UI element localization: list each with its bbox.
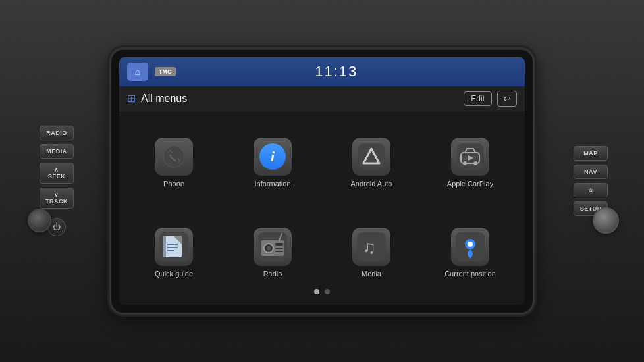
svg-rect-20	[275, 248, 283, 249]
media-icon: ♫	[352, 228, 390, 266]
star-button[interactable]: ☆	[574, 183, 608, 197]
app-current-position[interactable]: Current position	[421, 208, 520, 298]
svg-rect-9	[163, 236, 166, 257]
menu-bar: ⊞ All menus Edit ↩	[119, 86, 525, 111]
top-bar: ⌂ TMC 11:13	[119, 57, 525, 86]
svg-point-26	[468, 242, 473, 247]
svg-rect-19	[275, 243, 283, 246]
edit-button[interactable]: Edit	[464, 91, 492, 106]
right-controls: MAP NAV ☆ SETUP	[574, 146, 608, 216]
svg-point-5	[463, 161, 467, 165]
android-auto-label: Android Auto	[351, 180, 392, 188]
radio-label: Radio	[263, 270, 282, 278]
media-label: Media	[362, 270, 381, 278]
svg-rect-2	[358, 143, 385, 170]
svg-rect-21	[275, 251, 283, 252]
page-dot-1[interactable]	[314, 289, 319, 294]
android-auto-icon	[352, 138, 390, 176]
svg-text:📞: 📞	[167, 149, 182, 164]
app-android-auto[interactable]: Android Auto	[322, 118, 421, 208]
app-information[interactable]: i Information	[223, 118, 322, 208]
info-icon: i	[254, 138, 292, 176]
carplay-icon	[451, 138, 489, 176]
radio-icon	[254, 228, 292, 266]
svg-point-18	[267, 246, 271, 250]
home-button[interactable]: ⌂	[127, 63, 148, 81]
phone-icon: 📞	[155, 138, 193, 176]
information-label: Information	[254, 180, 290, 188]
info-circle: i	[259, 143, 286, 170]
seek-button[interactable]: ∧ SEEK	[40, 163, 74, 184]
dashboard: RADIO MEDIA ∧ SEEK ∨ TRACK ⏻ ⌂ TMC 11:13…	[0, 0, 644, 362]
nav-button[interactable]: NAV	[574, 165, 608, 179]
all-menus-title: All menus	[141, 93, 458, 105]
page-indicator	[314, 286, 330, 297]
clock-display: 11:13	[182, 63, 491, 80]
map-button[interactable]: MAP	[574, 146, 608, 161]
guide-icon	[155, 228, 193, 266]
screen-housing: ⌂ TMC 11:13 ⊞ All menus Edit ↩	[111, 49, 533, 313]
carplay-label: Apple CarPlay	[447, 180, 493, 188]
quick-guide-label: Quick guide	[155, 270, 193, 278]
left-knob[interactable]	[28, 209, 51, 232]
back-button[interactable]: ↩	[497, 91, 517, 107]
media-button[interactable]: MEDIA	[40, 144, 74, 159]
tmc-badge: TMC	[155, 67, 176, 76]
home-icon: ⌂	[135, 66, 140, 77]
app-radio[interactable]: Radio	[223, 208, 322, 298]
svg-point-6	[473, 161, 477, 165]
right-knob[interactable]	[593, 207, 619, 234]
position-icon	[451, 228, 489, 266]
app-quick-guide[interactable]: Quick guide	[124, 208, 223, 298]
app-grid: 📞 Phone i Information	[119, 111, 525, 305]
app-media[interactable]: ♫ Media	[322, 208, 421, 298]
svg-text:♫: ♫	[362, 237, 376, 257]
app-apple-carplay[interactable]: Apple CarPlay	[421, 118, 520, 208]
radio-button[interactable]: RADIO	[40, 126, 74, 140]
grid-icon: ⊞	[127, 92, 136, 105]
track-button[interactable]: ∨ TRACK	[40, 188, 74, 209]
content-area: ⊞ All menus Edit ↩ 📞	[119, 86, 525, 305]
app-phone[interactable]: 📞 Phone	[124, 118, 223, 208]
phone-label: Phone	[163, 180, 184, 188]
main-screen: ⌂ TMC 11:13 ⊞ All menus Edit ↩	[119, 57, 525, 305]
current-position-label: Current position	[444, 270, 496, 278]
page-dot-2[interactable]	[325, 289, 330, 294]
